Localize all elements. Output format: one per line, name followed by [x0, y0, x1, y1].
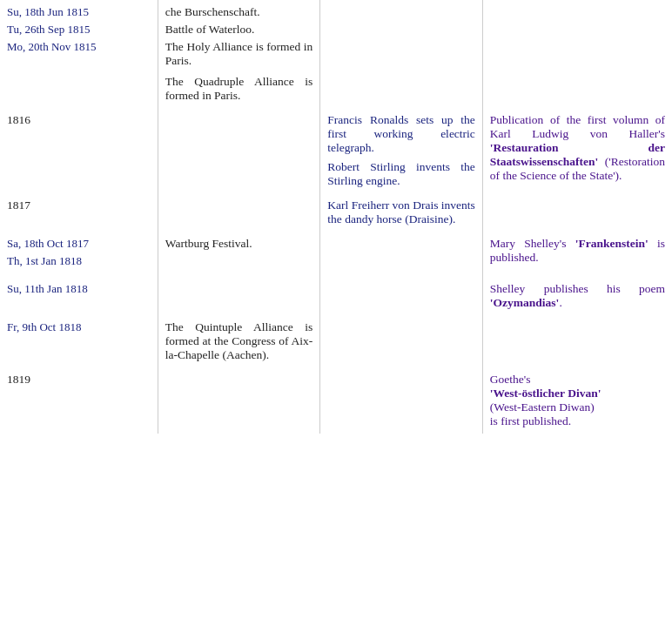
science-cell: Francis Ronalds sets up the first workin…: [320, 108, 483, 193]
table-row: 1817 Karl Freiherr von Drais invents the…: [0, 193, 672, 232]
table-row: Su, 11th Jan 1818 Shelley publishes his …: [0, 277, 672, 315]
science-cell: [320, 277, 483, 315]
bold-quote: 'Ozymandias': [490, 296, 560, 309]
date-cell: Su, 11th Jan 1818: [0, 277, 158, 315]
science-text: Robert Stirling invents the Stirling eng…: [327, 160, 475, 188]
date-cell: Su, 18th Jun 1815 Tu, 26th Sep 1815 Mo, …: [0, 0, 158, 108]
year-label: 1819: [7, 373, 151, 387]
political-cell: The Quintuple Alliance is formed at the …: [158, 315, 320, 367]
date-cell: 1819: [0, 367, 158, 434]
culture-text: Mary Shelley's 'Frankenstein' is publish…: [490, 237, 665, 265]
science-cell: [320, 315, 483, 367]
culture-text: Publication of the first volumn of Karl …: [490, 113, 665, 183]
bold-quote: 'West-östlicher Divan': [490, 387, 601, 400]
science-cell: [320, 367, 483, 434]
culture-cell: [482, 315, 672, 367]
date-entry: Su, 11th Jan 1818: [7, 282, 151, 296]
table-row: 1819 Goethe's'West-östlicher Divan'(West…: [0, 367, 672, 434]
year-label: 1816: [7, 113, 151, 127]
bold-quote: 'Frankenstein': [575, 237, 648, 250]
science-cell: [320, 0, 483, 108]
date-cell: 1817: [0, 193, 158, 232]
date-cell: 1816: [0, 108, 158, 193]
political-cell: che Burschenschaft. Battle of Waterloo. …: [158, 0, 320, 108]
culture-cell: Publication of the first volumn of Karl …: [482, 108, 672, 193]
year-label: 1817: [7, 198, 151, 212]
culture-cell: [482, 0, 672, 108]
political-text: Battle of Waterloo.: [165, 23, 313, 37]
table-row: 1816 Francis Ronalds sets up the first w…: [0, 108, 672, 193]
date-cell: Sa, 18th Oct 1817 Th, 1st Jan 1818: [0, 232, 158, 277]
political-text: che Burschenschaft.: [165, 5, 313, 19]
date-entry: Sa, 18th Oct 1817: [7, 237, 151, 251]
science-cell: [320, 232, 483, 277]
date-entry: Tu, 26th Sep 1815: [7, 23, 151, 37]
culture-cell: Shelley publishes his poem 'Ozymandias'.: [482, 277, 672, 315]
table-row: Fr, 9th Oct 1818 The Quintuple Alliance …: [0, 315, 672, 367]
culture-cell: Goethe's'West-östlicher Divan'(West-East…: [482, 367, 672, 434]
science-text: Karl Freiherr von Drais invents the dand…: [327, 198, 475, 226]
political-cell: Wartburg Festival.: [158, 232, 320, 277]
table-row: Su, 18th Jun 1815 Tu, 26th Sep 1815 Mo, …: [0, 0, 672, 108]
political-text: Wartburg Festival.: [165, 237, 313, 251]
political-cell: [158, 108, 320, 193]
date-entry: Su, 18th Jun 1815: [7, 5, 151, 19]
timeline-table: Su, 18th Jun 1815 Tu, 26th Sep 1815 Mo, …: [0, 0, 672, 434]
political-cell: [158, 193, 320, 232]
science-text: Francis Ronalds sets up the first workin…: [327, 113, 475, 155]
table-row: Sa, 18th Oct 1817 Th, 1st Jan 1818 Wartb…: [0, 232, 672, 277]
date-cell: Fr, 9th Oct 1818: [0, 315, 158, 367]
political-text: The Quadruple Alliance is formed in Pari…: [165, 75, 313, 103]
date-entry: Th, 1st Jan 1818: [7, 254, 151, 268]
culture-cell: Mary Shelley's 'Frankenstein' is publish…: [482, 232, 672, 277]
political-text: The Holy Alliance is formed in Paris.: [165, 40, 313, 68]
science-cell: Karl Freiherr von Drais invents the dand…: [320, 193, 483, 232]
culture-text: Goethe's'West-östlicher Divan'(West-East…: [490, 373, 665, 428]
culture-cell: [482, 193, 672, 232]
date-entry: Mo, 20th Nov 1815: [7, 40, 151, 54]
bold-quote: 'Restauration der Staatswissenschaften': [490, 141, 665, 168]
date-entry: Fr, 9th Oct 1818: [7, 320, 151, 334]
political-text: The Quintuple Alliance is formed at the …: [165, 320, 313, 362]
political-cell: [158, 367, 320, 434]
political-cell: [158, 277, 320, 315]
culture-text: Shelley publishes his poem 'Ozymandias'.: [490, 282, 665, 310]
